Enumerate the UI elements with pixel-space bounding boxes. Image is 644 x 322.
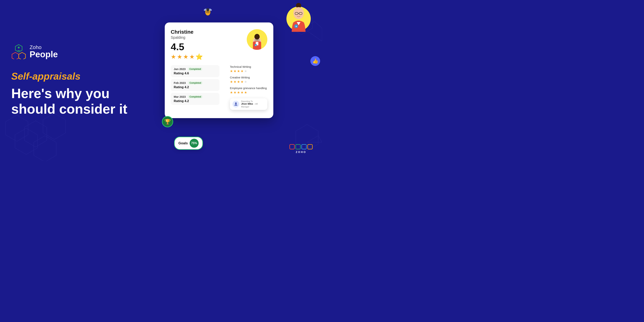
zoho-boxes xyxy=(290,144,313,150)
feb-rating: Rating 4.2 xyxy=(174,85,216,89)
jan-rating: Rating 4.6 xyxy=(174,72,216,75)
person-avatar: ★ xyxy=(247,29,267,54)
appraisal-mar: Mar 2023 Completed Rating 4.2 xyxy=(171,93,220,105)
skill-technical-writing-stars: ★ ★ ★ ★ ★ xyxy=(230,69,267,73)
appraisal-feb-header: Feb 2023 Completed xyxy=(174,81,216,84)
skill-grievance: Employee grievance handling ★ ★ ★ ★ ★ xyxy=(230,86,267,94)
reporting-info: Reporting To Jhon Mike - HR Manager xyxy=(241,100,265,108)
reporting-name: Jhon Mike - HR Manager xyxy=(241,102,265,108)
skill-creative-writing: Creative Writing ★ ★ ★ ★ ★ xyxy=(230,76,267,84)
zoho-logo-bottom: ZOHO xyxy=(290,144,313,154)
right-panel: ★ 👍 🏆 Christine Spalding 4.5 ★ xyxy=(154,0,322,161)
bee-illustration xyxy=(202,6,214,18)
zoho-text: ZOHO xyxy=(296,150,306,154)
overall-stars: ★ ★ ★ ★ ⭐ xyxy=(171,53,203,60)
skill-technical-writing-name: Technical Writing xyxy=(230,65,267,68)
appraisal-feb: Feb 2023 Completed Rating 4.2 xyxy=(171,79,220,91)
logo-area: Zoho People xyxy=(11,44,161,59)
skills-list: Technical Writing ★ ★ ★ ★ ★ Creative Wri… xyxy=(230,65,267,110)
logo-zoho: Zoho xyxy=(30,45,58,50)
zoho-box-green xyxy=(296,144,301,150)
jan-status: Completed xyxy=(188,68,202,71)
star-1: ★ xyxy=(171,53,176,60)
reporting-avatar xyxy=(232,101,239,108)
feb-month: Feb 2023 xyxy=(174,81,186,84)
svg-marker-11 xyxy=(12,52,19,59)
mar-status: Completed xyxy=(188,95,202,98)
overall-rating: 4.5 xyxy=(171,41,203,52)
appraisal-list: Jan 2023 Completed Rating 4.6 Feb 2023 C… xyxy=(171,65,226,110)
star-2: ★ xyxy=(177,53,182,60)
appraisal-card: Christine Spalding 4.5 ★ ★ ★ ★ ⭐ xyxy=(165,22,273,118)
person-info: Christine Spalding 4.5 ★ ★ ★ ★ ⭐ xyxy=(171,29,203,64)
tagline-line2: should consider it xyxy=(11,101,161,117)
skill-grievance-name: Employee grievance handling xyxy=(230,86,267,90)
skill-grievance-stars: ★ ★ ★ ★ ★ xyxy=(230,90,267,94)
tagline-script: Self-appraisals xyxy=(11,70,161,82)
trophy-icon: 🏆 xyxy=(162,116,173,127)
mar-rating: Rating 4.2 xyxy=(174,99,216,103)
appraisal-jan: Jan 2023 Completed Rating 4.6 xyxy=(171,65,220,77)
person-last-name: Spalding xyxy=(171,36,203,40)
svg-text:★: ★ xyxy=(255,44,256,46)
svg-text:★: ★ xyxy=(295,25,297,28)
feb-status: Completed xyxy=(188,81,202,84)
left-panel: Zoho People Self-appraisals Here's why y… xyxy=(11,0,161,161)
svg-point-25 xyxy=(206,8,209,11)
character-illustration: ★ xyxy=(286,2,311,40)
star-4: ★ xyxy=(189,53,195,60)
svg-marker-12 xyxy=(19,52,26,59)
thumbs-up-icon: 👍 xyxy=(310,56,320,66)
star-3: ★ xyxy=(183,53,188,60)
skill-creative-writing-name: Creative Writing xyxy=(230,76,267,79)
jan-month: Jan 2023 xyxy=(174,68,186,70)
logo-text: Zoho People xyxy=(30,45,58,58)
zoho-box-red xyxy=(290,144,295,150)
tagline-line1: Here's why you xyxy=(11,86,161,101)
person-first-name: Christine xyxy=(171,29,203,35)
zoho-box-yellow xyxy=(308,144,313,150)
svg-point-29 xyxy=(254,34,260,40)
goals-badge: Goals 75% xyxy=(174,137,203,150)
zoho-box-blue xyxy=(302,144,307,150)
svg-point-37 xyxy=(235,102,237,104)
star-5: ⭐ xyxy=(196,53,203,60)
card-body: Jan 2023 Completed Rating 4.6 Feb 2023 C… xyxy=(171,65,267,110)
zoho-people-logo-icon xyxy=(11,44,26,59)
reporting-bubble: Reporting To Jhon Mike - HR Manager xyxy=(230,98,267,110)
appraisal-jan-header: Jan 2023 Completed xyxy=(174,68,216,71)
card-header: Christine Spalding 4.5 ★ ★ ★ ★ ⭐ xyxy=(171,29,267,64)
goals-label: Goals xyxy=(178,141,188,145)
mar-month: Mar 2023 xyxy=(174,95,186,98)
tagline-main: Here's why you should consider it xyxy=(11,86,161,117)
reporting-to-label: Reporting To xyxy=(241,100,265,102)
appraisal-mar-header: Mar 2023 Completed xyxy=(174,95,216,98)
skill-creative-writing-stars: ★ ★ ★ ★ ★ xyxy=(230,80,267,84)
svg-point-10 xyxy=(18,46,20,48)
goals-percent: 75% xyxy=(190,139,199,148)
skill-technical-writing: Technical Writing ★ ★ ★ ★ ★ xyxy=(230,65,267,73)
logo-people: People xyxy=(30,50,58,58)
